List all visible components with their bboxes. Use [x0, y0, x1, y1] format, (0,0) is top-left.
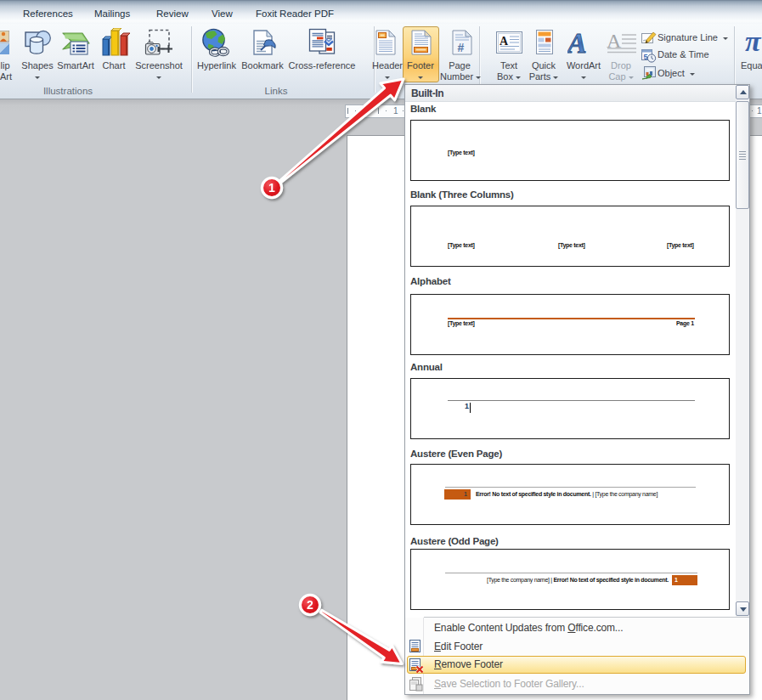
svg-text:1: 1: [268, 181, 275, 195]
svg-text:2: 2: [307, 598, 313, 612]
